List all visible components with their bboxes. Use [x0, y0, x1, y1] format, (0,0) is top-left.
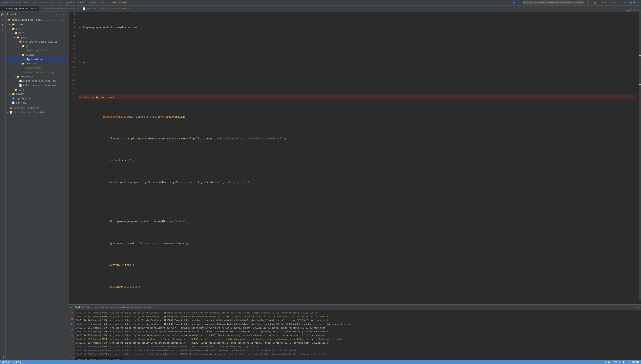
tab-client-application[interactable]: ☕ client/Application.java × [0, 6, 39, 11]
tree-scratches[interactable]: ▸ 📝 Scratches and Consoles [6, 110, 69, 114]
run-toolbar-icon[interactable]: ▶ [591, 2, 592, 4]
tree-greetings-impl[interactable]: ☕ GreetingsServiceImpl [6, 70, 69, 74]
tree-provider-xml[interactable]: 📄 dubbo-demo-provider.xml [6, 83, 69, 88]
file-tree-content: ▾ 📦 dubbo-spring-xml-demo ~/code/dubbo-s… [6, 17, 69, 360]
vcs-icon[interactable]: ⎇ [518, 2, 520, 4]
folder-icon-ext: 📚 [10, 106, 12, 109]
run-tab-close-icon[interactable]: × [90, 306, 91, 308]
run-tab-full-class[interactable]: org.apache.dubbo.samples.client.Applicat… [94, 304, 155, 310]
indent-indicator[interactable]: 4 spaces [629, 361, 640, 363]
stop-toolbar-icon[interactable]: ■ [604, 2, 606, 4]
folder-icon-target: 📁 [12, 93, 15, 96]
code-line-16: System.in.read(); [78, 260, 637, 269]
tree-application-provider[interactable]: ☕ Application [6, 66, 69, 70]
tab-client-label: client/Application.java [4, 7, 35, 10]
line-col-indicator[interactable]: 8:15 [605, 361, 610, 363]
settings-tree-icon[interactable]: ⚙ [62, 13, 64, 16]
minimize-tree-icon[interactable]: − [66, 13, 67, 16]
tab-pom[interactable]: 📄 pom.xml (dubbo-spring-xml-demo) × [81, 6, 132, 11]
translate-icon[interactable]: 🌐 [629, 2, 632, 4]
run-tab-full-close[interactable]: × [152, 306, 154, 308]
coverage-icon[interactable]: ☂ [602, 2, 603, 4]
sidebar-item-debug[interactable] [0, 28, 5, 32]
tree-greetings-service[interactable]: ☕ GreetingsService [6, 48, 69, 53]
code-area[interactable]: 1 2 3 7 8 9 10 11 12 13 14 15 16 17 18 1… [69, 12, 641, 304]
code-line-12: GreetingsService greetingsService = (Gre… [78, 178, 637, 186]
tree-test[interactable]: ▸ 📁 test [6, 88, 69, 92]
sidebar-item-bookmarks[interactable] [0, 355, 5, 360]
redo-icon[interactable]: ↪ [627, 2, 628, 4]
folder-icon-resources: 📁 [17, 75, 20, 78]
profile-icon[interactable]: 👤 [512, 2, 515, 4]
external-libraries-label: External Libraries [14, 106, 40, 109]
undo-icon[interactable]: ↩ [624, 2, 626, 4]
profile-run-icon[interactable]: ⏱ [598, 2, 600, 4]
run-log[interactable]: 16:02:24.205 [main] DEBUG org.apache.dub… [74, 310, 641, 360]
pin-button[interactable] [69, 355, 74, 360]
greetings-impl-label: GreetingsServiceImpl [26, 71, 55, 74]
code-content[interactable]: package org.apache.dubbo.samples.client;… [77, 12, 638, 300]
tree-client[interactable]: ▾ 📁 client [6, 53, 69, 57]
encoding-indicator[interactable]: UTF-8 [614, 361, 620, 363]
run-tab-app-label: Application [75, 306, 89, 308]
filter-button[interactable] [69, 328, 74, 332]
git-push-icon[interactable]: ↑ [622, 2, 623, 4]
folder-icon-client: 📁 [22, 54, 24, 56]
tree-application-client[interactable]: ☕ Application [6, 57, 69, 62]
settings-icon[interactable]: ⚙ [638, 2, 640, 4]
tab-close-pom[interactable]: × [129, 8, 130, 10]
git-check-icon[interactable]: ✓ [616, 2, 618, 4]
pom-label: pom.xml [16, 102, 26, 104]
tree-org-package[interactable]: ▾ 📦 org.apache.dubbo.samples [6, 40, 69, 44]
git-label: Git: [610, 2, 616, 4]
tree-src[interactable]: ▾ 📁 src [6, 26, 69, 31]
run-tab-application[interactable]: Application × [74, 304, 92, 310]
tree-pom[interactable]: 📄 pom.xml [6, 100, 69, 105]
tree-gitignore[interactable]: 🔷 .gitignore [6, 96, 69, 100]
rerun-button[interactable] [69, 311, 74, 316]
run-config-dropdown[interactable]: org.apache.dubbo.samples.client.Applicat… [522, 1, 584, 4]
collapse-tree-icon[interactable]: ≡ [56, 13, 58, 16]
tab-provider-label: provider/Application.java [44, 7, 77, 10]
git-tick-icon[interactable]: ✔ [619, 2, 620, 4]
file-tree-panel: Project ▾ ≡ ⇅ ⚙ − ▾ 📦 dubbo-spring-xml-d… [6, 12, 69, 360]
tree-root[interactable]: ▾ 📦 dubbo-spring-xml-demo ~/code/dubbo-s… [6, 18, 69, 22]
scroll-end-button[interactable] [69, 322, 74, 327]
sidebar-item-project[interactable] [0, 12, 5, 17]
build-icon[interactable]: 🔨 [586, 2, 589, 4]
tree-java[interactable]: ▾ 📁 java [6, 35, 69, 40]
org-package-label: org.apache.dubbo.samples [23, 40, 58, 43]
stop-button[interactable] [69, 316, 74, 321]
provider-xml-label: dubbo-demo-provider.xml [23, 84, 56, 87]
tree-provider[interactable]: ▾ 📁 provider [6, 62, 69, 66]
tree-resources[interactable]: ▾ 📁 resources [6, 74, 69, 79]
tree-idea[interactable]: ▸ 📁 .idea [6, 22, 69, 26]
target-label: target [16, 93, 24, 96]
line-sep-indicator[interactable]: LF [623, 361, 626, 363]
tree-target[interactable]: ▸ 📁 target [6, 92, 69, 96]
run-settings-icon[interactable]: ⚙ [638, 306, 640, 309]
git-status[interactable]: ⎇ main [2, 361, 10, 363]
folder-icon-src: 📁 [12, 27, 15, 30]
tree-main[interactable]: ▾ 📁 main [6, 31, 69, 35]
sort-tree-icon[interactable]: ⇅ [59, 13, 60, 16]
tree-consumer-xml[interactable]: 📄 dubbo-demo-consumer.xml [6, 79, 69, 83]
tree-external-libraries[interactable]: ▸ 📚 External Libraries [6, 106, 69, 110]
svg-marker-10 [71, 324, 72, 326]
tab-close-client[interactable]: × [36, 8, 37, 10]
tab-provider-application[interactable]: ☕ provider/Application.java × [39, 6, 81, 11]
code-line-3: import ...; [78, 60, 637, 64]
chevron-down-tab[interactable]: ⌄ [638, 8, 640, 11]
folder-icon-org: 📦 [19, 40, 22, 43]
log-line-10: 16:02:24.266 [main] DEBUG org.apache.dub… [76, 345, 640, 348]
settings-run-button[interactable] [69, 333, 74, 338]
search-toolbar-icon[interactable]: 🔍 [633, 2, 636, 4]
sidebar-item-run[interactable] [0, 22, 5, 27]
debug-toolbar-icon[interactable]: 🐛 [594, 2, 596, 4]
tab-close-provider[interactable]: × [78, 8, 79, 10]
expand-collapse-icon[interactable]: ⌃ [636, 8, 637, 11]
sidebar-item-commit[interactable] [0, 18, 5, 22]
tree-api[interactable]: ▾ 📁 api [6, 44, 69, 48]
line-sep-label: LF [623, 361, 626, 363]
code-line-13 [78, 200, 637, 204]
